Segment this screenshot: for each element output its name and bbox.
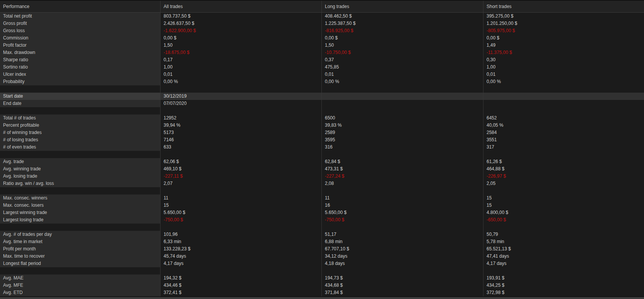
- table-row[interactable]: Avg. losing trade-227,11 $-227,24 $-226,…: [0, 173, 644, 180]
- row-label: # of winning trades: [0, 129, 161, 136]
- table-row[interactable]: Avg. trade62,06 $62,84 $61,26 $: [0, 158, 644, 165]
- row-label: Sharpe ratio: [0, 56, 161, 64]
- spacer-cell: [322, 267, 483, 274]
- table-row[interactable]: Total net profit803.737,50 $408.462,50 $…: [0, 13, 644, 20]
- row-value: 475,85: [322, 64, 483, 71]
- spacer-cell: [0, 267, 161, 274]
- spacer-cell: [322, 151, 483, 158]
- table-row[interactable]: Gross profit2.426.637,50 $1.225.387,50 $…: [0, 20, 644, 27]
- column-header-performance[interactable]: Performance: [0, 1, 161, 12]
- table-row[interactable]: Sharpe ratio0,170,370,30: [0, 56, 644, 64]
- row-value: 62,84 $: [322, 158, 483, 165]
- row-value: 193,91 $: [483, 274, 644, 282]
- table-row[interactable]: # of even trades633316317: [0, 144, 644, 151]
- table-row[interactable]: Gross loss-1.622.900,00 $-816.925,00 $-8…: [0, 27, 644, 34]
- table-row[interactable]: Profit factor1,501,501,49: [0, 42, 644, 49]
- horizontal-scrollbar-thumb[interactable]: [0, 297, 644, 299]
- row-label: Max. time to recover: [0, 253, 161, 260]
- row-value: 30/12/2019: [161, 93, 322, 100]
- table-row[interactable]: Max. time to recover45,74 days34,12 days…: [0, 253, 644, 260]
- spacer-row: [0, 85, 644, 93]
- table-row[interactable]: Profit per month133.228,23 $67.707,10 $6…: [0, 245, 644, 253]
- row-value: 6500: [322, 114, 483, 122]
- row-label: Profit factor: [0, 42, 161, 49]
- row-value: 11: [322, 194, 483, 202]
- row-value: 39,83 %: [322, 122, 483, 129]
- row-label: Max. consec. winners: [0, 194, 161, 202]
- table-row[interactable]: Avg. MAE194,32 $194,73 $193,91 $: [0, 274, 644, 282]
- spacer-cell: [483, 187, 644, 194]
- row-value: 11: [161, 194, 322, 202]
- row-label: Gross profit: [0, 20, 161, 27]
- row-label: Avg. MFE: [0, 282, 161, 289]
- table-row[interactable]: Max. consec. losers151615: [0, 202, 644, 209]
- spacer-cell: [161, 224, 322, 231]
- spacer-cell: [161, 151, 322, 158]
- table-row[interactable]: Largest winning trade5.650,00 $5.650,00 …: [0, 209, 644, 216]
- table-row[interactable]: Probability0,00 %0,00 %0,00 %: [0, 78, 644, 85]
- table-row[interactable]: Longest flat period4,17 days4,18 days4,1…: [0, 260, 644, 267]
- row-value: 1,50: [322, 42, 483, 49]
- spacer-cell: [161, 267, 322, 274]
- row-value: 1,00: [483, 64, 644, 71]
- table-row[interactable]: Commission0,00 $0,00 $0,00 $: [0, 34, 644, 42]
- row-value: 0,00 $: [161, 34, 322, 42]
- row-label: Avg. time in market: [0, 238, 161, 245]
- table-row[interactable]: Sortino ratio1,00475,851,00: [0, 64, 644, 71]
- row-value: [322, 93, 483, 100]
- row-value: 0,00 $: [322, 34, 483, 42]
- row-value: 5.650,00 $: [161, 209, 322, 216]
- table-row[interactable]: Avg. MFE434,46 $434,68 $434,25 $: [0, 282, 644, 289]
- row-value: 40,05 %: [483, 122, 644, 129]
- row-value: 1.201.250,00 $: [483, 20, 644, 27]
- table-row[interactable]: Total # of trades1295265006452: [0, 114, 644, 122]
- row-value: 61,26 $: [483, 158, 644, 165]
- row-value: 12952: [161, 114, 322, 122]
- table-row[interactable]: Avg. time in market6,33 min6,88 min5,78 …: [0, 238, 644, 245]
- table-row[interactable]: Ratio avg. win / avg. loss2,072,082,05: [0, 180, 644, 187]
- row-value: -650,00 $: [483, 216, 644, 224]
- table-body: Total net profit803.737,50 $408.462,50 $…: [0, 13, 644, 296]
- column-header-long-trades[interactable]: Long trades: [322, 1, 483, 12]
- row-value: -10.750,00 $: [322, 49, 483, 56]
- table-row-selected[interactable]: Start date30/12/2019: [0, 93, 644, 100]
- row-label: Longest flat period: [0, 260, 161, 267]
- row-value: 0,00 %: [161, 78, 322, 85]
- row-value: 0,00 %: [483, 78, 644, 85]
- row-value: 6,88 min: [322, 238, 483, 245]
- row-value: 62,06 $: [161, 158, 322, 165]
- table-row[interactable]: End date07/07/2020: [0, 100, 644, 107]
- row-value: -750,00 $: [322, 216, 483, 224]
- row-value: 0,00 %: [322, 78, 483, 85]
- table-row[interactable]: # of losing trades714635953551: [0, 136, 644, 144]
- row-label: Avg. winning trade: [0, 165, 161, 173]
- table-row[interactable]: Avg. ETD372,41 $371,84 $372,98 $: [0, 289, 644, 296]
- performance-summary-table: Performance All trades Long trades Short…: [0, 0, 644, 296]
- row-value: 101,96: [161, 231, 322, 238]
- horizontal-scrollbar[interactable]: [0, 296, 644, 299]
- row-value: -805.975,00 $: [483, 27, 644, 34]
- column-header-short-trades[interactable]: Short trades: [483, 1, 644, 12]
- spacer-cell: [322, 224, 483, 231]
- row-value: 1,50: [161, 42, 322, 49]
- table-row[interactable]: Largest losing trade-750,00 $-750,00 $-6…: [0, 216, 644, 224]
- row-value: 5173: [161, 129, 322, 136]
- row-label: Ratio avg. win / avg. loss: [0, 180, 161, 187]
- table-row[interactable]: Max. consec. winners111115: [0, 194, 644, 202]
- table-row[interactable]: Percent profitable39,94 %39,83 %40,05 %: [0, 122, 644, 129]
- row-value: [483, 100, 644, 107]
- table-row[interactable]: Avg. winning trade469,10 $473,31 $464,88…: [0, 165, 644, 173]
- row-value: 4,18 days: [322, 260, 483, 267]
- table-row[interactable]: Ulcer index0,010,010,01: [0, 71, 644, 78]
- table-row[interactable]: # of winning trades517325892584: [0, 129, 644, 136]
- row-label: Ulcer index: [0, 71, 161, 78]
- spacer-cell: [322, 107, 483, 114]
- row-label: Commission: [0, 34, 161, 42]
- column-header-all-trades[interactable]: All trades: [161, 1, 322, 12]
- row-value: 2,08: [322, 180, 483, 187]
- table-row[interactable]: Max. drawdown-18.675,00 $-10.750,00 $-11…: [0, 49, 644, 56]
- spacer-cell: [483, 85, 644, 93]
- row-value: -816.925,00 $: [322, 27, 483, 34]
- table-row[interactable]: Avg. # of trades per day101,9651,1750,79: [0, 231, 644, 238]
- row-value: 65.521,13 $: [483, 245, 644, 253]
